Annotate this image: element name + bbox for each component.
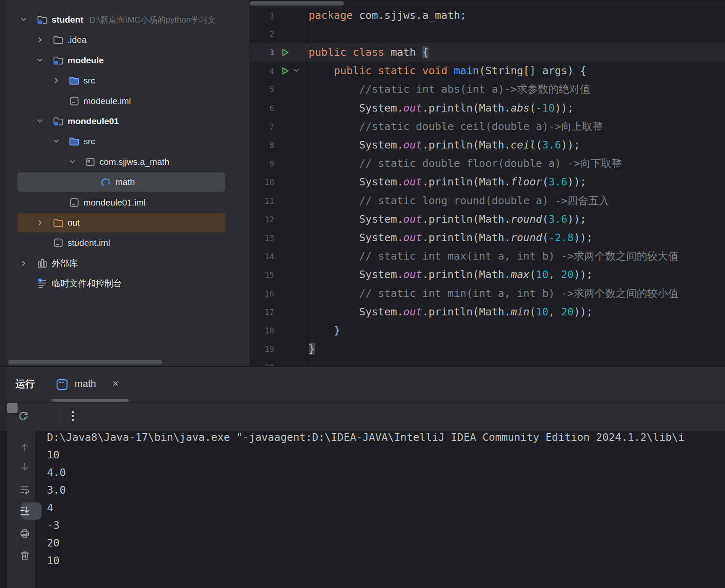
iml-file-icon	[52, 237, 64, 249]
code-line-17[interactable]: 17System.out.println(Math.min(10, 20));	[249, 303, 725, 321]
iml-file-icon	[68, 197, 80, 208]
tree-item-label: src	[83, 70, 95, 91]
run-tab-math[interactable]: math ×	[51, 367, 129, 402]
tree-item-mondeule01.iml[interactable]: mondeule01.iml	[7, 193, 249, 213]
console-line: 4.0	[47, 464, 66, 481]
run-panel-header: 运行 math ×	[7, 367, 725, 402]
code-text: System.out.println(Math.round(3.6));	[309, 210, 586, 229]
chevron-right-icon[interactable]	[36, 36, 44, 44]
soft-wrap-icon[interactable]	[19, 484, 31, 496]
tree-item-student.iml[interactable]: student.iml	[7, 233, 249, 253]
package-icon	[84, 156, 96, 168]
iml-file-icon	[68, 95, 80, 107]
run-menu-chevron-icon[interactable]	[292, 66, 302, 76]
tree-item-mondeule01[interactable]: mondeule01	[7, 111, 249, 131]
chevron-down-icon[interactable]	[36, 117, 44, 125]
editor-horizontal-scrollbar[interactable]	[250, 1, 344, 5]
tree-item-src[interactable]: src	[7, 131, 249, 151]
tree-item-label: mondeule01	[68, 111, 119, 131]
code-line-12[interactable]: 12System.out.println(Math.round(3.6));	[249, 210, 725, 229]
code-line-5[interactable]: 5//static int abs(int a)->求参数的绝对值	[249, 80, 725, 99]
tree-item-label: 临时文件和控制台	[52, 273, 122, 294]
arrow-down-icon[interactable]	[19, 461, 31, 473]
code-text: }	[309, 340, 315, 358]
code-line-7[interactable]: 7//static double ceil(double a)->向上取整	[249, 117, 725, 136]
folder-icon	[52, 34, 64, 46]
line-number: 2	[249, 25, 274, 43]
line-number: 16	[249, 284, 274, 303]
chevron-down-icon[interactable]	[20, 16, 27, 23]
tree-item-临时文件和控制台[interactable]: 临时文件和控制台	[7, 273, 249, 294]
code-line-1[interactable]: 1package com.sjjws.a_math;	[249, 6, 725, 25]
code-text: // static int min(int a, int b) ->求两个数之间…	[309, 284, 678, 303]
code-line-14[interactable]: 14// static int max(int a, int b) ->求两个数…	[249, 247, 725, 265]
code-line-9[interactable]: 9// static double floor(double a) ->向下取整	[249, 154, 725, 173]
run-icon[interactable]	[280, 47, 290, 57]
chevron-down-icon[interactable]	[52, 138, 60, 145]
stop-button[interactable]	[7, 403, 18, 413]
code-text: // static int max(int a, int b) ->求两个数之间…	[309, 247, 678, 265]
code-text: //static int abs(int a)->求参数的绝对值	[309, 80, 590, 99]
code-line-13[interactable]: 13System.out.println(Math.round(-2.8));	[249, 229, 725, 247]
code-line-8[interactable]: 8System.out.println(Math.ceil(3.6));	[249, 136, 725, 154]
code-line-20[interactable]: 20	[249, 358, 725, 366]
line-number: 14	[249, 247, 274, 265]
out-folder-icon	[52, 217, 64, 229]
chevron-down-icon[interactable]	[36, 57, 44, 64]
code-text: System.out.println(Math.floor(3.6));	[309, 173, 586, 191]
toolbar-divider	[60, 408, 60, 426]
gutter-separator	[306, 7, 306, 366]
code-line-16[interactable]: 16// static int min(int a, int b) ->求两个数…	[249, 284, 725, 303]
project-tree-panel: studentD:\新桌面\MC小杨的python学习文.ideamodeule…	[7, 0, 249, 366]
line-number: 7	[249, 117, 274, 136]
code-line-15[interactable]: 15System.out.println(Math.max(10, 20));	[249, 265, 725, 284]
code-line-18[interactable]: 18}	[249, 321, 725, 340]
code-line-6[interactable]: 6System.out.println(Math.abs(-10));	[249, 99, 725, 117]
console-command-line: D:\Java8\Java-17\bin\java.exe "-javaagen…	[47, 431, 684, 446]
code-editor[interactable]: 1package com.sjjws.a_math;23public class…	[249, 0, 725, 366]
more-options-button[interactable]	[67, 410, 79, 422]
chevron-right-icon[interactable]	[20, 260, 27, 267]
code-line-3[interactable]: 3public class math {	[249, 43, 725, 62]
tree-item-student[interactable]: studentD:\新桌面\MC小杨的python学习文	[7, 10, 249, 30]
tree-item-out[interactable]: out	[7, 213, 249, 233]
console-line: 10	[47, 552, 60, 570]
run-console[interactable]: D:\Java8\Java-17\bin\java.exe "-javaagen…	[0, 431, 725, 588]
code-text: System.out.println(Math.max(10, 20));	[309, 265, 592, 284]
tree-item-modeule[interactable]: modeule	[7, 50, 249, 70]
chevron-right-icon[interactable]	[52, 77, 60, 84]
tree-item-src[interactable]: src	[7, 70, 249, 91]
tree-item-modeule.iml[interactable]: modeule.iml	[7, 91, 249, 111]
tree-item-.idea[interactable]: .idea	[7, 30, 249, 50]
tree-item-外部库[interactable]: 外部库	[7, 253, 249, 273]
ide-window: studentD:\新桌面\MC小杨的python学习文.ideamodeule…	[0, 0, 725, 588]
code-line-2[interactable]: 2	[249, 25, 725, 43]
run-toolbar	[7, 402, 725, 432]
run-icon[interactable]	[280, 66, 290, 76]
src-folder-icon	[68, 75, 80, 86]
line-number: 15	[249, 265, 274, 284]
run-tab-label: math	[75, 367, 96, 401]
scroll-to-end-icon[interactable]	[19, 505, 31, 517]
tree-item-label: 外部库	[52, 253, 78, 273]
console-line: 20	[47, 534, 60, 552]
line-number: 3	[249, 43, 274, 62]
code-text: }	[309, 321, 340, 340]
rerun-button[interactable]	[17, 410, 30, 422]
chevron-down-icon[interactable]	[69, 158, 76, 166]
code-line-10[interactable]: 10System.out.println(Math.floor(3.6));	[249, 173, 725, 191]
indent-guide	[334, 80, 334, 321]
code-text: System.out.println(Math.ceil(3.6));	[309, 136, 580, 154]
code-line-4[interactable]: 4public static void main(String[] args) …	[249, 62, 725, 80]
close-tab-icon[interactable]: ×	[112, 367, 119, 400]
arrow-up-icon[interactable]	[19, 441, 31, 453]
project-tree-horizontal-scrollbar[interactable]	[8, 360, 162, 364]
chevron-right-icon[interactable]	[36, 219, 44, 226]
code-line-11[interactable]: 11// static long round(double a) ->四舍五入	[249, 192, 725, 210]
line-number: 1	[249, 6, 274, 25]
code-line-19[interactable]: 19}	[249, 340, 725, 358]
tree-item-math[interactable]: math	[7, 172, 249, 192]
trash-icon[interactable]	[19, 550, 31, 562]
tree-item-com.sjjws.a_math[interactable]: com.sjjws.a_math	[7, 152, 249, 172]
print-icon[interactable]	[19, 528, 31, 539]
